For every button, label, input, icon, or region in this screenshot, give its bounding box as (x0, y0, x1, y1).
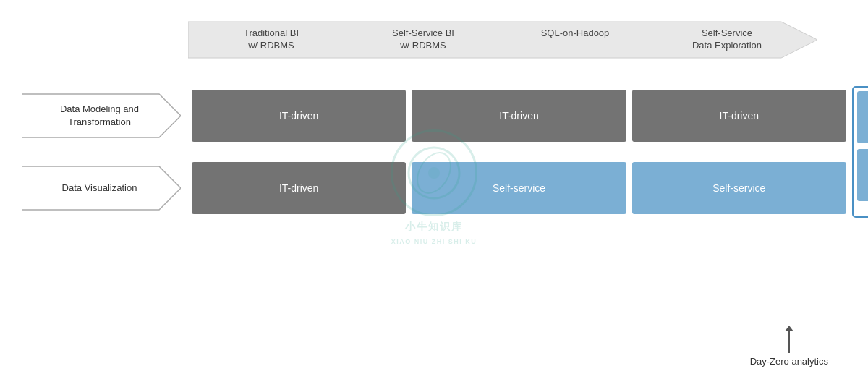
header-section: Traditional BI w/ RDBMS Self-Service BI … (188, 14, 846, 65)
watermark-text-line2: XIAO NIU ZHI SHI KU (391, 238, 477, 245)
main-container: Traditional BI w/ RDBMS Self-Service BI … (0, 0, 868, 374)
arrow-line-icon (788, 331, 790, 353)
header-col-1: Self-Service BI w/ RDBMS (347, 27, 499, 52)
cell-text-1-0: IT-driven (279, 182, 318, 194)
row-1: Data Visualization IT-driven Self-servic… (22, 156, 846, 221)
row-label-text-1: Data Visualization (59, 182, 145, 195)
cell-0-1: IT-driven (412, 90, 626, 142)
header-col-3: Self-Service Data Exploration (651, 27, 803, 52)
annotation-arrow-icon (750, 326, 828, 353)
cell-text-0-0: IT-driven (279, 110, 318, 122)
row-label-1: Data Visualization (22, 163, 181, 213)
header-col-2: SQL-on-Hadoop (499, 27, 651, 52)
header-col-0: Traditional BI w/ RDBMS (195, 27, 347, 52)
cells-row-1: IT-driven Self-service Self-service (192, 162, 846, 214)
cell-text-1-2: Self-service (712, 182, 765, 194)
cell-text-0-2: IT-driven (720, 110, 759, 122)
watermark-text-line1: 小牛知识库 (405, 221, 463, 234)
arrow-container: Traditional BI w/ RDBMS Self-Service BI … (188, 18, 817, 61)
cell-1-0: IT-driven (192, 162, 406, 214)
last-col-cell-1: Self-service (857, 149, 868, 201)
cells-row-0: IT-driven IT-driven IT-driven (192, 90, 846, 142)
header-label-3: Self-Service Data Exploration (692, 27, 762, 51)
content-section: Data Modeling and Transformation IT-driv… (22, 83, 846, 221)
day-zero-annotation: Day-Zero analytics (750, 326, 828, 367)
cell-0-0: IT-driven (192, 90, 406, 142)
arrow-tip-icon (785, 326, 793, 331)
header-labels: Traditional BI w/ RDBMS Self-Service BI … (195, 27, 803, 52)
header-label-0: Traditional BI w/ RDBMS (244, 27, 299, 51)
day-zero-label: Day-Zero analytics (750, 356, 828, 367)
cell-text-0-1: IT-driven (499, 110, 538, 122)
cell-text-1-1: Self-service (493, 182, 545, 194)
row-label-text-0: Data Modeling and Transformation (56, 103, 146, 129)
highlighted-last-col: OptionalSelf-service (852, 86, 868, 218)
row-label-0: Data Modeling and Transformation (22, 90, 181, 141)
cell-0-2: IT-driven (632, 90, 846, 142)
header-label-1: Self-Service BI w/ RDBMS (392, 27, 454, 51)
header-label-2: SQL-on-Hadoop (541, 27, 610, 38)
last-col-cell-0: Optional (857, 91, 868, 143)
cell-1-2: Self-service (632, 162, 846, 214)
row-0: Data Modeling and Transformation IT-driv… (22, 83, 846, 148)
cell-1-1: Self-service (412, 162, 626, 214)
